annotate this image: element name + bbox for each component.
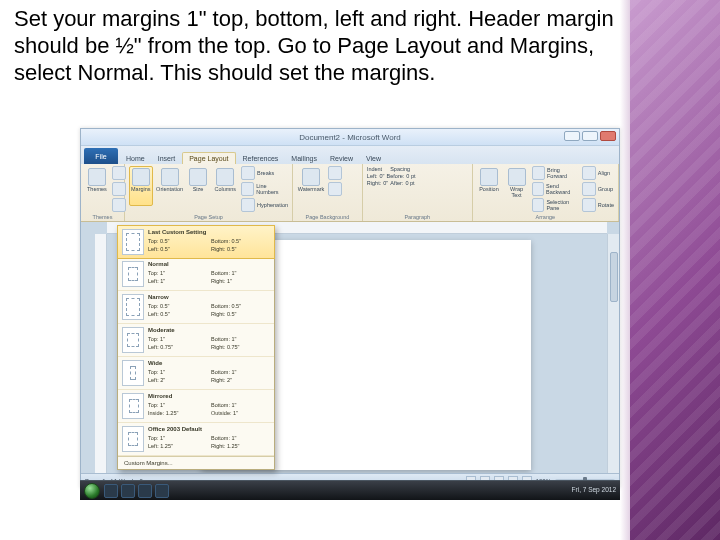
margins-dropdown: Last Custom Setting Top: 0.5" Bottom: 0.… [117,225,275,470]
columns-button[interactable]: Columns [212,166,238,206]
tab-page-layout[interactable]: Page Layout [182,152,235,164]
tab-row: File Home Insert Page Layout References … [81,146,619,164]
start-button[interactable] [84,483,100,499]
theme-colors-icon[interactable] [112,166,126,180]
scroll-thumb[interactable] [610,252,618,302]
indent-right-value[interactable]: 0" [383,180,388,186]
margin-option-mirrored[interactable]: Mirrored Top: 1" Bottom: 1" Inside: 1.25… [118,390,274,423]
margin-option-narrow[interactable]: Narrow Top: 0.5" Bottom: 0.5" Left: 0.5"… [118,291,274,324]
group-page-background: Watermark Page Background [293,164,363,221]
tab-view[interactable]: View [360,153,387,164]
breaks-icon[interactable] [241,166,255,180]
group-arrange: Position Wrap Text Bring Forward Send Ba… [473,164,619,221]
indent-left-value[interactable]: 0" [380,173,385,179]
watermark-icon [302,168,320,186]
columns-icon [216,168,234,186]
tab-insert[interactable]: Insert [152,153,182,164]
windows-taskbar: Fri, 7 Sep 2012 [80,480,620,500]
title-bar: Document2 - Microsoft Word [81,129,619,146]
instruction-text: Set your margins 1" top, bottom, left an… [14,6,614,86]
hyphenation-icon[interactable] [241,198,255,212]
page-color-icon[interactable] [328,166,342,180]
tray-icon[interactable] [544,486,554,496]
minimize-button[interactable] [564,131,580,141]
margins-icon [132,168,150,186]
theme-fonts-icon[interactable] [112,182,126,196]
tab-references[interactable]: References [237,153,285,164]
wrap-text-icon [508,168,526,186]
margin-preview-icon [122,294,144,320]
vertical-ruler[interactable] [95,234,107,473]
margin-option-last-custom[interactable]: Last Custom Setting Top: 0.5" Bottom: 0.… [117,225,275,259]
spacing-after-value[interactable]: 0 pt [405,180,414,186]
custom-margins-button[interactable]: Custom Margins... [118,456,274,469]
tab-home[interactable]: Home [120,153,151,164]
margin-preview-icon [122,261,144,287]
themes-button[interactable]: Themes [85,166,109,206]
slide-accent [630,0,720,540]
selection-pane-icon[interactable] [532,198,545,212]
margin-preview-icon [122,360,144,386]
spacing-before-value[interactable]: 0 pt [406,173,415,179]
close-button[interactable] [600,131,616,141]
margin-preview-icon [122,229,144,255]
window-title: Document2 - Microsoft Word [299,133,401,142]
tray-icon[interactable] [558,486,568,496]
theme-effects-icon[interactable] [112,198,126,212]
position-button[interactable]: Position [477,166,502,206]
page-borders-icon[interactable] [328,182,342,196]
group-icon[interactable] [582,182,596,196]
size-icon [189,168,207,186]
vertical-scrollbar[interactable] [607,234,619,473]
tab-mailings[interactable]: Mailings [285,153,323,164]
rotate-icon[interactable] [582,198,596,212]
margin-option-moderate[interactable]: Moderate Top: 1" Bottom: 1" Left: 0.75" … [118,324,274,357]
group-themes: Themes Themes [81,164,125,221]
group-paragraph: Indent Spacing Left: 0" Before: 0 pt Rig… [363,164,473,221]
group-page-setup: Margins Orientation Size Columns [125,164,293,221]
size-button[interactable]: Size [187,166,210,206]
word-window: Document2 - Microsoft Word File Home Ins… [80,128,620,488]
position-icon [480,168,498,186]
ribbon: Themes Themes Margins [81,164,619,222]
margin-option-wide[interactable]: Wide Top: 1" Bottom: 1" Left: 2" Right: … [118,357,274,390]
bring-forward-icon[interactable] [532,166,545,180]
align-icon[interactable] [582,166,596,180]
orientation-button[interactable]: Orientation [156,166,184,206]
watermark-button[interactable]: Watermark [297,166,325,206]
tab-review[interactable]: Review [324,153,359,164]
send-backward-icon[interactable] [532,182,544,196]
taskbar-app-icon[interactable] [104,484,118,498]
margin-option-normal[interactable]: Normal Top: 1" Bottom: 1" Left: 1" Right… [118,258,274,291]
margin-preview-icon [122,393,144,419]
margin-option-office-2003[interactable]: Office 2003 Default Top: 1" Bottom: 1" L… [118,423,274,456]
wrap-text-button[interactable]: Wrap Text [504,166,529,206]
taskbar-clock[interactable]: Fri, 7 Sep 2012 [572,487,616,494]
taskbar-app-icon[interactable] [155,484,169,498]
margin-preview-icon [122,327,144,353]
margins-button[interactable]: Margins [129,166,153,206]
file-tab[interactable]: File [84,148,118,164]
margin-preview-icon [122,426,144,452]
maximize-button[interactable] [582,131,598,141]
line-numbers-icon[interactable] [241,182,254,196]
taskbar-app-icon[interactable] [138,484,152,498]
themes-icon [88,168,106,186]
taskbar-app-icon[interactable] [121,484,135,498]
orientation-icon [161,168,179,186]
